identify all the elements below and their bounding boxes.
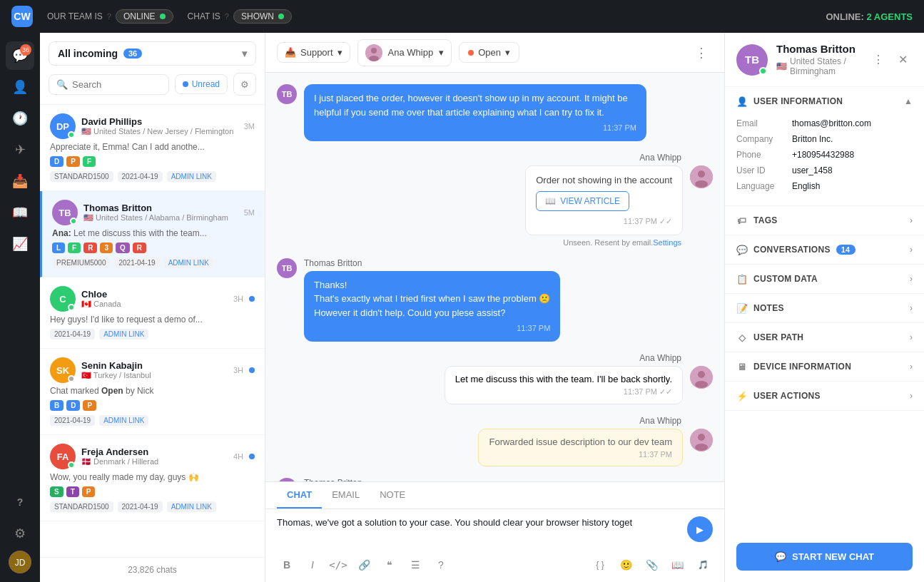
activity-icon: 📈 [12,236,28,252]
meta-adminlink-fa[interactable]: ADMIN LINK [167,501,216,512]
tag-l: L [52,242,65,253]
section-tags: 🏷 TAGS › [725,206,924,235]
section-notes-header[interactable]: 📝 NOTES › [725,294,924,322]
code-btn[interactable]: </> [328,555,348,575]
italic-btn[interactable]: I [303,555,323,575]
settings-button[interactable]: ⚙ [6,519,34,548]
meta-adminlink-tb[interactable]: ADMIN LINK [164,257,213,268]
inbox-dropdown[interactable]: 📥 Support ▾ [277,42,350,63]
help-button[interactable]: ? [6,488,34,516]
conv-item-tb[interactable]: TB Thomas Britton 🇺🇸 United States / Ala… [40,191,265,277]
selector-label: All incoming [58,48,118,59]
meta-adminlink-c[interactable]: ADMIN LINK [99,329,148,340]
message-input[interactable]: Thomas, we've got a solution to your cas… [277,516,680,542]
user-name: Thomas Britton [776,43,860,55]
right-panel: TB Thomas Britton 🇺🇸 United States / Bir… [724,33,924,582]
settings-icon: ⚙ [14,526,26,541]
nav-inbox[interactable]: 📥 [6,167,34,195]
agent-dropdown[interactable]: Ana Whipp ▾ [357,39,452,66]
nav-conversations[interactable]: 💬 36 [6,41,34,70]
section-device-info-header[interactable]: 🖥 DEVICE INFORMATION › [725,352,924,381]
conv-avatar-sk: SK [50,357,76,383]
section-conversations: 💬 CONVERSATIONS 14 › [725,235,924,265]
view-article-btn[interactable]: 📖 VIEW ARTICLE [536,191,629,211]
tab-email[interactable]: EMAIL [322,482,370,509]
contacts-icon: 👤 [12,79,28,95]
online-dot-sk [68,375,75,382]
emoji-btn[interactable]: 🙂 [616,555,636,575]
nav-knowledge[interactable]: 📖 [6,198,34,227]
tag-p: P [66,156,80,167]
svg-point-11 [695,444,708,451]
msg-row-1: TB I just placed the order, however it d… [277,84,713,141]
info-userid: User ID user_1458 [736,165,913,175]
chat-bubble-icon: 💬 [775,551,786,562]
settings-link[interactable]: Settings [653,238,681,247]
book-icon: 📖 [12,205,28,220]
online-dot-fa [68,461,75,469]
nav-contacts[interactable]: 👤 [6,73,34,101]
search-input[interactable] [72,79,161,90]
team-status: OUR TEAM IS ? ONLINE [47,9,173,24]
section-conversations-header[interactable]: 💬 CONVERSATIONS 14 › [725,235,924,264]
audio-btn[interactable]: 🎵 [693,555,713,575]
help-format-btn[interactable]: ? [431,555,451,575]
nav-history[interactable]: 🕐 [6,104,34,133]
list-btn[interactable]: ☰ [405,555,425,575]
bold-btn[interactable]: B [277,555,297,575]
nav-reports[interactable]: 📈 [6,230,34,258]
conv-item-c[interactable]: C Chloe 🇨🇦 Canada 3H Hey guys! I'd like … [40,277,265,349]
attach-btn[interactable]: 📎 [641,555,661,575]
meta-adminlink-dp[interactable]: ADMIN LINK [167,171,216,182]
unread-filter-btn[interactable]: Unread [175,74,228,94]
conv-name-sk: Senin Kabajin [81,360,228,371]
tag-f: F [83,156,96,167]
tab-chat[interactable]: CHAT [277,482,322,509]
send-button[interactable]: ▶ [687,516,713,542]
link-btn[interactable]: 🔗 [354,555,374,575]
msg-bubble-1: I just placed the order, however it does… [304,84,646,141]
tag-p2: P [83,400,96,411]
conv-preview-tb: Ana: Let me discuss this with the team..… [52,228,255,238]
status-dropdown[interactable]: Open ▾ [459,42,519,63]
msg-group-2: Ana Whipp Order not showing in the accou… [277,153,713,247]
section-user-info: 👤 USER INFORMATION ▲ Email thomas@britto… [725,87,924,206]
msg-row-3: TB Thomas Britton Thanks!That's exactly … [277,258,713,342]
panel-more-btn[interactable]: ⋮ [868,50,888,70]
section-custom-data-header[interactable]: 📋 CUSTOM DATA › [725,265,924,293]
conv-time-c: 3H [233,295,243,303]
tab-note[interactable]: NOTE [370,482,415,509]
conv-item-fa[interactable]: FA Freja Andersen 🇩🇰 Denmark / Hillerad … [40,435,265,521]
section-tags-header[interactable]: 🏷 TAGS › [725,206,924,235]
filter-settings-btn[interactable]: ⚙ [233,73,256,96]
tag-t: T [66,486,79,497]
device-info-chevron: › [910,362,913,372]
search-box[interactable]: 🔍 [49,74,169,95]
start-new-chat-button[interactable]: 💬 START NEW CHAT [736,543,913,571]
conv-item-sk[interactable]: SK Senin Kabajin 🇹🇷 Turkey / Istanbul 3H… [40,349,265,435]
panel-close-btn[interactable]: ✕ [893,50,913,70]
user-info-icon: 👤 [736,96,748,107]
conv-preview-dp: Appreciate it, Emma! Can I add anothe... [50,142,255,152]
chat-input-area: CHAT EMAIL NOTE Thomas, we've got a solu… [265,481,724,582]
code-block-btn[interactable]: { } [590,555,610,575]
selector-count: 36 [123,48,142,58]
device-icon: 🖥 [736,361,748,372]
book-icon-article: 📖 [545,196,556,206]
article-btn[interactable]: 📖 [667,555,687,575]
conv-avatar-tb: TB [52,200,78,225]
conversations-list: All incoming 36 ▾ 🔍 Unread ⚙ [40,33,265,582]
meta-adminlink-sk[interactable]: ADMIN LINK [99,415,148,426]
conv-time-tb: 5M [244,208,255,217]
conv-location-sk: 🇹🇷 Turkey / Istanbul [81,371,228,380]
section-user-path-header[interactable]: ◇ USER PATH › [725,323,924,352]
right-panel-header: TB Thomas Britton 🇺🇸 United States / Bir… [725,33,924,87]
chat-more-btn[interactable]: ⋮ [690,41,713,64]
quote-btn[interactable]: ❝ [380,555,400,575]
section-user-info-header[interactable]: 👤 USER INFORMATION ▲ [725,87,924,116]
section-user-actions-header[interactable]: ⚡ USER ACTIONS › [725,382,924,410]
user-avatar-sidebar[interactable] [9,551,31,573]
conv-item-dp[interactable]: DP David Phillips 🇺🇸 United States / New… [40,105,265,191]
inbox-selector[interactable]: All incoming 36 ▾ [49,41,256,66]
nav-campaigns[interactable]: ✈ [6,136,34,164]
